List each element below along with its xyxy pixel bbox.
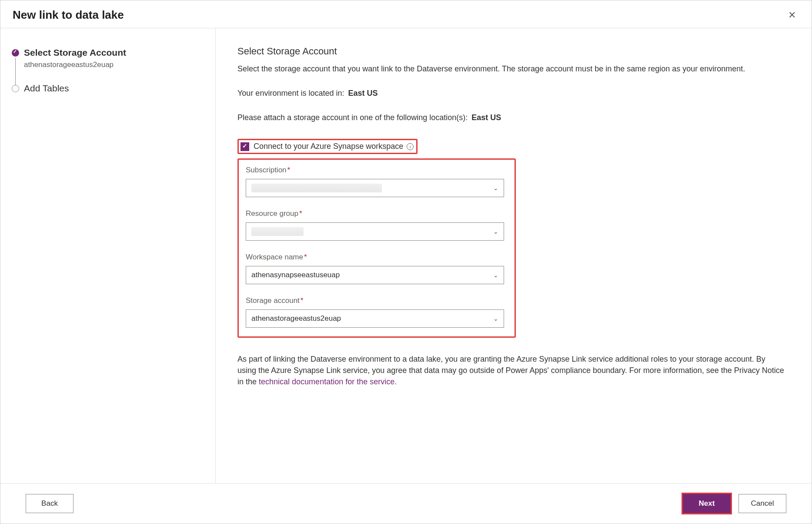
wizard-step-subtitle: athenastorageeastus2euap: [24, 60, 202, 69]
resource-group-dropdown[interactable]: ⌄: [246, 222, 504, 241]
field-label-storage-account: Storage account*: [246, 296, 508, 305]
close-icon[interactable]: ✕: [785, 9, 799, 22]
next-button[interactable]: Next: [683, 494, 731, 513]
dialog-title: New link to data lake: [13, 8, 124, 22]
section-description: Select the storage account that you want…: [237, 63, 785, 74]
required-asterisk: *: [299, 209, 302, 218]
required-asterisk: *: [304, 253, 307, 261]
field-label-workspace-name: Workspace name*: [246, 253, 508, 262]
privacy-footnote: As part of linking the Dataverse environ…: [237, 353, 785, 387]
wizard-step-title: Select Storage Account: [24, 47, 202, 58]
resource-group-value-redacted: [251, 227, 304, 236]
wizard-steps-sidebar: Select Storage Account athenastorageeast…: [0, 28, 216, 483]
check-circle-icon: [12, 49, 19, 57]
dialog-new-link-to-data-lake: New link to data lake ✕ Select Storage A…: [0, 0, 812, 524]
field-label-text: Workspace name: [246, 253, 303, 261]
attach-location-value: East US: [471, 113, 501, 122]
attach-location-line: Please attach a storage account in one o…: [237, 112, 785, 123]
checkbox-checked-icon[interactable]: [241, 142, 249, 151]
chevron-down-icon: ⌄: [493, 228, 498, 235]
field-label-text: Storage account: [246, 296, 300, 305]
field-label-text: Resource group: [246, 209, 298, 218]
field-label-resource-group: Resource group*: [246, 209, 508, 218]
dialog-footer: Back Next Cancel: [0, 483, 812, 524]
required-asterisk: *: [287, 166, 291, 174]
field-label-subscription: Subscription*: [246, 166, 508, 175]
synapse-form-block: Subscription* ⌄ Resource group* ⌄: [237, 158, 516, 338]
connect-synapse-label-text: Connect to your Azure Synapse workspace: [254, 142, 403, 151]
info-icon[interactable]: i: [407, 143, 414, 150]
environment-location-line: Your environment is located in: East US: [237, 87, 785, 99]
technical-documentation-link[interactable]: technical documentation for the service.: [259, 377, 397, 386]
back-button[interactable]: Back: [26, 494, 74, 513]
cancel-button[interactable]: Cancel: [738, 494, 786, 513]
environment-location-value: East US: [348, 89, 378, 97]
field-subscription: Subscription* ⌄: [246, 166, 508, 197]
storage-account-dropdown[interactable]: athenastorageeastus2euap ⌄: [246, 309, 504, 328]
wizard-step-select-storage-account[interactable]: Select Storage Account athenastorageeast…: [12, 47, 202, 83]
section-heading: Select Storage Account: [237, 46, 785, 57]
connect-synapse-checkbox-row[interactable]: Connect to your Azure Synapse workspace …: [237, 139, 418, 154]
subscription-dropdown[interactable]: ⌄: [246, 179, 504, 197]
field-storage-account: Storage account* athenastorageeastus2eua…: [246, 296, 508, 328]
dialog-header: New link to data lake ✕: [0, 0, 812, 28]
workspace-name-value: athenasynapseeastuseuap: [251, 271, 340, 279]
chevron-down-icon: ⌄: [493, 185, 498, 191]
workspace-name-dropdown[interactable]: athenasynapseeastuseuap ⌄: [246, 266, 504, 284]
field-workspace-name: Workspace name* athenasynapseeastuseuap …: [246, 253, 508, 284]
subscription-value-redacted: [251, 184, 382, 192]
dialog-body: Select Storage Account athenastorageeast…: [0, 28, 812, 483]
field-label-text: Subscription: [246, 166, 287, 174]
attach-location-prefix: Please attach a storage account in one o…: [237, 113, 468, 122]
main-panel: Select Storage Account Select the storag…: [216, 28, 812, 483]
circle-icon: [12, 85, 19, 92]
required-asterisk: *: [301, 296, 304, 305]
wizard-step-add-tables[interactable]: Add Tables: [12, 83, 202, 107]
chevron-down-icon: ⌄: [493, 272, 498, 279]
field-resource-group: Resource group* ⌄: [246, 209, 508, 241]
wizard-step-title: Add Tables: [24, 83, 202, 94]
connect-synapse-label: Connect to your Azure Synapse workspace …: [254, 142, 414, 151]
environment-location-prefix: Your environment is located in:: [237, 89, 344, 97]
storage-account-value: athenastorageeastus2euap: [251, 314, 341, 323]
chevron-down-icon: ⌄: [493, 315, 498, 322]
